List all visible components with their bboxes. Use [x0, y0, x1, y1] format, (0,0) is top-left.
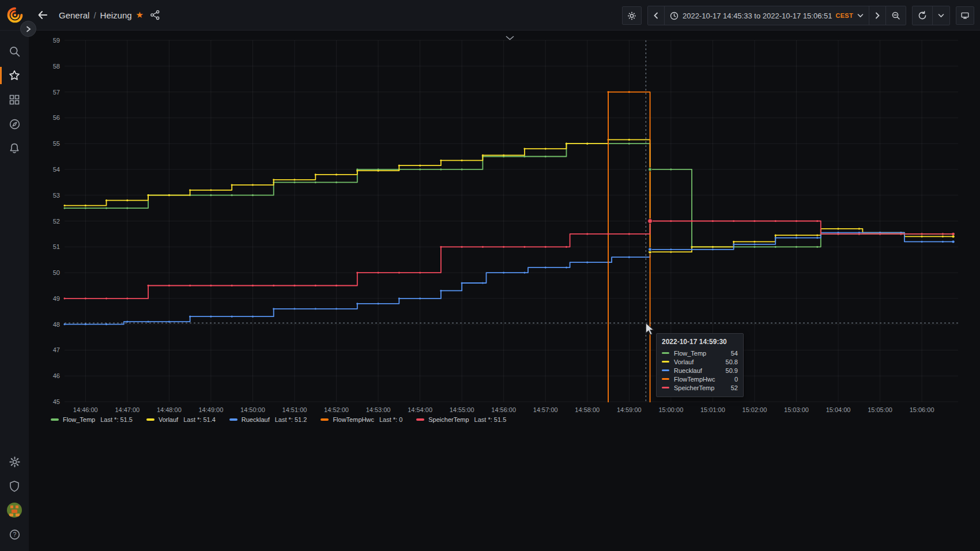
- data-point: [796, 237, 797, 239]
- data-point: [315, 285, 316, 286]
- x-axis-tick-label: 14:59:00: [617, 406, 642, 413]
- refresh-icon: [918, 11, 927, 20]
- y-axis-tick-label: 50: [53, 269, 60, 276]
- data-point: [523, 246, 525, 248]
- legend-series-name: Ruecklauf: [242, 416, 270, 423]
- sidebar-item-explore[interactable]: [0, 112, 29, 136]
- back-arrow-button[interactable]: [35, 7, 51, 23]
- data-point: [942, 233, 944, 235]
- data-point: [293, 179, 295, 180]
- sidebar-item-configuration[interactable]: [0, 450, 29, 474]
- sidebar-item-help[interactable]: ?: [0, 522, 29, 546]
- dashboard-settings-button[interactable]: [622, 6, 642, 25]
- sidebar-item-server-admin[interactable]: [0, 474, 29, 498]
- data-point: [628, 233, 630, 235]
- data-point: [85, 205, 86, 206]
- x-axis-tick-label: 14:53:00: [366, 406, 391, 413]
- data-point: [168, 194, 170, 196]
- sidebar-expand-button[interactable]: [20, 21, 36, 37]
- data-point: [63, 207, 65, 209]
- data-point: [461, 168, 463, 170]
- legend-item-Flow_Temp[interactable]: Flow_TempLast *: 51.5: [51, 416, 133, 423]
- help-icon: ?: [9, 529, 21, 541]
- data-point: [440, 290, 442, 292]
- data-point: [126, 207, 128, 209]
- data-point: [712, 220, 714, 222]
- data-point: [126, 297, 128, 299]
- refresh-controls: [912, 6, 950, 25]
- tooltip-series-swatch: [662, 352, 669, 354]
- data-point: [105, 199, 107, 201]
- refresh-button[interactable]: [913, 6, 932, 25]
- data-point: [586, 262, 588, 263]
- data-point: [461, 282, 463, 284]
- data-point: [691, 246, 693, 248]
- y-axis-tick-label: 57: [53, 89, 60, 96]
- breadcrumb-section[interactable]: General: [59, 10, 89, 20]
- time-range-forward-button[interactable]: [869, 6, 885, 25]
- x-axis-tick-label: 15:02:00: [742, 406, 767, 413]
- legend-last-value: Last *: 51.2: [275, 416, 307, 423]
- data-point: [775, 235, 777, 236]
- time-range-display[interactable]: 2022-10-17 14:45:33 to 2022-10-17 15:06:…: [664, 6, 869, 25]
- data-point: [336, 173, 337, 175]
- breadcrumb: General / Heizung ★: [59, 10, 160, 20]
- breadcrumb-page[interactable]: Heizung: [100, 10, 132, 20]
- grafana-logo-icon[interactable]: [7, 7, 23, 23]
- y-axis-tick-label: 51: [53, 243, 60, 250]
- sidebar-item-starred[interactable]: [0, 63, 29, 88]
- timeseries-panel[interactable]: 45464748495051525354555657585914:46:0014…: [0, 30, 980, 551]
- refresh-interval-dropdown[interactable]: [932, 6, 949, 25]
- chevron-right-icon: [875, 12, 880, 19]
- data-point: [712, 248, 714, 250]
- panel-menu-chevron-icon[interactable]: [506, 36, 514, 40]
- data-point: [775, 220, 777, 222]
- data-point: [503, 271, 504, 273]
- tv-monitor-icon: [961, 11, 969, 20]
- data-point: [670, 168, 672, 170]
- sidebar-item-profile[interactable]: [0, 498, 29, 522]
- sidebar-item-alerting[interactable]: [0, 136, 29, 160]
- avatar: [6, 502, 22, 518]
- tooltip-series-row: FlowTempHwc0: [662, 375, 738, 383]
- legend-item-Vorlauf[interactable]: VorlaufLast *: 51.4: [146, 416, 216, 423]
- sidebar-item-dashboards[interactable]: [0, 88, 29, 112]
- chart-tooltip: 2022-10-17 14:59:30 Flow_Temp54Vorlauf50…: [656, 333, 744, 397]
- data-point: [126, 321, 128, 323]
- data-point: [691, 248, 693, 250]
- tv-mode-button[interactable]: [956, 6, 974, 25]
- legend-item-SpeicherTemp[interactable]: SpeicherTempLast *: 51.5: [416, 416, 506, 423]
- data-point: [879, 233, 881, 235]
- data-point: [293, 285, 295, 286]
- data-point: [189, 189, 191, 191]
- compass-icon: [9, 118, 21, 130]
- data-point: [796, 246, 797, 248]
- data-point: [105, 207, 107, 209]
- tooltip-series-swatch: [662, 369, 669, 371]
- y-axis-tick-label: 46: [53, 372, 60, 379]
- data-point: [753, 243, 755, 245]
- dashboards-grid-icon: [9, 94, 20, 105]
- data-point: [545, 156, 546, 157]
- share-icon[interactable]: [150, 10, 160, 20]
- legend-swatch: [229, 418, 238, 421]
- x-axis-tick-label: 15:03:00: [784, 406, 809, 413]
- tooltip-series-name: Vorlauf: [674, 358, 721, 365]
- data-point: [733, 241, 734, 243]
- data-point: [796, 220, 797, 222]
- favorite-star-icon[interactable]: ★: [136, 10, 144, 20]
- time-range-back-button[interactable]: [648, 6, 664, 25]
- legend-swatch: [146, 418, 154, 421]
- data-point: [753, 220, 755, 222]
- data-point: [753, 246, 755, 248]
- tooltip-series-name: Flow_Temp: [674, 350, 726, 357]
- data-point: [816, 246, 818, 248]
- x-axis-tick-label: 15:04:00: [826, 406, 851, 413]
- time-range-zoom-out-button[interactable]: [885, 6, 906, 25]
- legend-item-FlowTempHwc[interactable]: FlowTempHwcLast *: 0: [321, 416, 402, 423]
- legend-item-Ruecklauf[interactable]: RuecklaufLast *: 51.2: [229, 416, 307, 423]
- sidebar-item-search[interactable]: [0, 39, 29, 63]
- data-point: [231, 184, 233, 186]
- x-axis-tick-label: 14:55:00: [450, 406, 474, 413]
- tooltip-series-row: Ruecklauf50.9: [662, 366, 738, 375]
